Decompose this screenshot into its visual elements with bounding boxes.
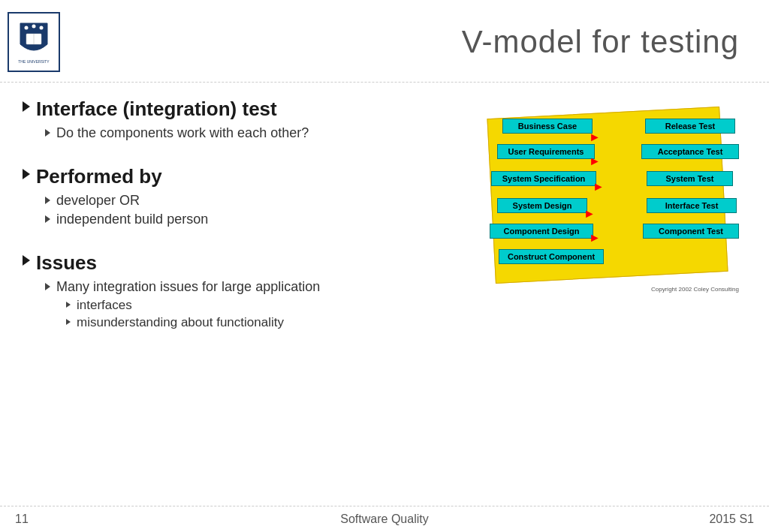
vmodel-box-interface-test: Interface Test — [647, 198, 737, 213]
arrow-5: ► — [589, 231, 601, 245]
bullet-main-text-2: Performed by — [36, 165, 162, 188]
vmodel-box-business-case: Business Case — [502, 119, 593, 134]
slide-header: THE UNIVERSITY V-model for testing — [0, 0, 769, 83]
bullet-main-text-1: Interface (integration) test — [36, 98, 277, 121]
bullet-sub-text-2-2: independent build person — [56, 212, 208, 227]
svg-point-2 — [25, 26, 29, 29]
vmodel-box-release-test: Release Test — [645, 119, 735, 134]
vmodel-box-component-test: Component Test — [643, 224, 739, 239]
bullet-sub-text-1-1: Do the components work with each other? — [56, 125, 309, 141]
logo-area: THE UNIVERSITY — [8, 12, 68, 72]
bullet-arrow-sub-3-1 — [45, 283, 50, 290]
logo-text: THE UNIVERSITY — [18, 59, 49, 64]
shield-icon — [17, 20, 50, 58]
arrow-1: ► — [589, 131, 601, 144]
bullet-arrow-main-1 — [23, 101, 30, 112]
bullet-sub-text-2-1: developer OR — [56, 193, 140, 209]
footer-page-number: 11 — [15, 512, 75, 526]
bullet-subsub-3-1-2: misunderstanding about functionality — [66, 315, 454, 330]
university-logo: THE UNIVERSITY — [8, 12, 60, 72]
bullet-arrow-sub-1-1 — [45, 129, 50, 137]
slide-footer: 11 Software Quality 2015 S1 — [0, 506, 769, 532]
diagram-copyright: Copyright 2002 Coley Consulting — [651, 286, 739, 293]
vmodel-box-sys-spec: System Specification — [491, 171, 596, 186]
bullet-integration-test: Interface (integration) test — [23, 98, 454, 121]
sub-bullets-1: Do the components work with each other? — [45, 125, 454, 141]
bullet-arrow-main-2 — [23, 169, 30, 179]
sub-bullets-3: Many integration issues for large applic… — [45, 279, 454, 330]
arrow-4: ► — [584, 207, 596, 221]
vmodel-diagram-container: Business Case User Requirements System S… — [469, 98, 746, 342]
bullet-arrow-subsub-3-1-1 — [66, 302, 71, 308]
svg-point-3 — [32, 24, 36, 28]
vmodel-box-user-req: User Requirements — [497, 144, 595, 159]
bullet-sub-2-2: independent build person — [45, 212, 454, 227]
left-column: Interface (integration) test Do the comp… — [23, 98, 454, 342]
sub-bullets-2: developer OR independent build person — [45, 193, 454, 227]
slide-content: Interface (integration) test Do the comp… — [0, 83, 769, 350]
vmodel-box-comp-design: Component Design — [490, 224, 593, 239]
vmodel-box-system-test: System Test — [647, 171, 733, 186]
bullet-sub-1-1: Do the components work with each other? — [45, 125, 454, 141]
bullet-arrow-subsub-3-1-2 — [66, 319, 71, 325]
bullet-main-text-3: Issues — [36, 251, 97, 275]
bullet-issues: Issues — [23, 251, 454, 275]
vmodel-diagram: Business Case User Requirements System S… — [469, 105, 739, 293]
bullet-sub-text-3-1: Many integration issues for large applic… — [56, 279, 320, 295]
vmodel-box-acceptance-test: Acceptance Test — [641, 144, 739, 159]
slide-title: V-model for testing — [462, 24, 739, 60]
sub-sub-bullets-3-1: interfaces misunderstanding about functi… — [66, 298, 454, 330]
bullet-sub-2-1: developer OR — [45, 193, 454, 209]
bullet-arrow-sub-2-1 — [45, 197, 50, 204]
svg-point-4 — [40, 26, 44, 29]
bullet-subsub-3-1-1: interfaces — [66, 298, 454, 313]
footer-year: 2015 S1 — [694, 512, 754, 526]
bullet-sub-3-1: Many integration issues for large applic… — [45, 279, 454, 295]
arrow-3: ► — [593, 180, 605, 194]
bullet-performed-by: Performed by — [23, 165, 454, 188]
bullet-subsub-text-3-1-2: misunderstanding about functionality — [77, 315, 284, 330]
title-area: V-model for testing — [68, 24, 754, 60]
footer-course: Software Quality — [75, 512, 694, 526]
bullet-arrow-main-3 — [23, 255, 30, 266]
vmodel-box-construct: Construct Component — [499, 249, 604, 264]
vmodel-box-sys-design: System Design — [497, 198, 587, 213]
bullet-subsub-text-3-1-1: interfaces — [77, 298, 132, 313]
bullet-arrow-sub-2-2 — [45, 215, 50, 223]
arrow-2: ► — [589, 155, 601, 168]
